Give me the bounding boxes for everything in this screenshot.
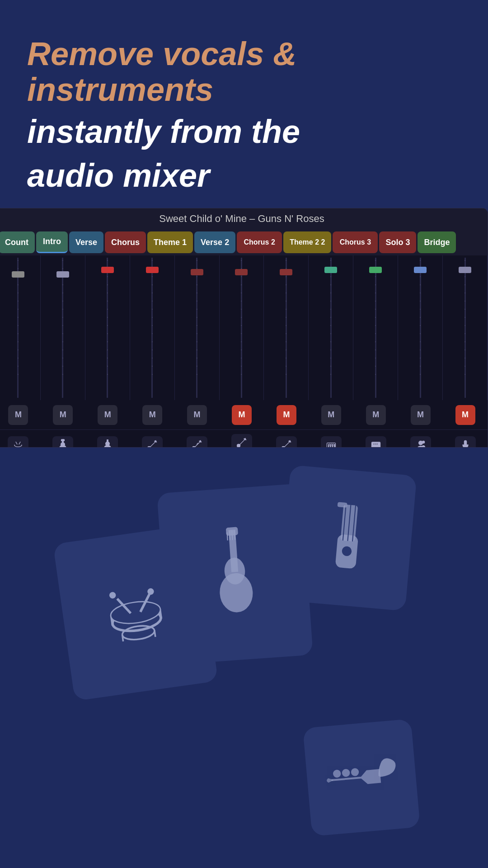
- instrument-icon-5[interactable]: [231, 434, 252, 448]
- channel-3[interactable]: [130, 255, 175, 400]
- instrument-icon-10[interactable]: [455, 436, 476, 448]
- instrument-ch-5: Arr. Electric Guitar (solo): [220, 433, 264, 448]
- svg-point-68: [343, 769, 349, 776]
- svg-point-15: [192, 447, 196, 448]
- section-btn-chorus-2[interactable]: Chorus 2: [237, 231, 282, 253]
- instrument-icon-7[interactable]: [321, 436, 342, 448]
- mute-btn-9[interactable]: M: [411, 405, 431, 425]
- mute-btn-10[interactable]: M: [455, 405, 475, 425]
- svg-point-17: [237, 444, 240, 447]
- svg-point-14: [148, 447, 151, 448]
- instrument-icon-4[interactable]: [187, 436, 207, 448]
- svg-rect-34: [376, 443, 377, 445]
- svg-point-47: [109, 592, 116, 599]
- mute-wrap-0: M: [0, 405, 41, 425]
- svg-point-13: [107, 447, 108, 448]
- channel-6[interactable]: [264, 255, 309, 400]
- svg-point-67: [333, 770, 340, 777]
- section-btn-theme-1[interactable]: Theme 1: [147, 231, 193, 253]
- mute-wrap-3: M: [130, 405, 175, 425]
- bottom-section: [0, 452, 488, 868]
- mute-btn-2[interactable]: M: [98, 405, 117, 425]
- instrument-icon-9[interactable]: [410, 436, 431, 448]
- svg-rect-33: [375, 443, 376, 445]
- section-btn-solo-3[interactable]: Solo 3: [379, 231, 416, 253]
- svg-rect-24: [329, 443, 330, 445]
- section-btn-theme-2-2[interactable]: Theme 2 2: [283, 231, 331, 253]
- svg-rect-23: [334, 444, 335, 447]
- guitar-tile: [279, 465, 417, 611]
- section-btn-chorus[interactable]: Chorus: [105, 231, 146, 253]
- channel-2[interactable]: [85, 255, 130, 400]
- svg-line-51: [155, 631, 155, 637]
- instrument-ch-9: Backing Vocals: [398, 435, 443, 448]
- mute-wrap-1: M: [41, 405, 85, 425]
- mute-wrap-5: M: [220, 405, 264, 425]
- mute-btn-5[interactable]: M: [232, 405, 252, 425]
- hero-subtitle-line4: audio mixer: [27, 156, 461, 195]
- instrument-icon-2[interactable]: [97, 436, 118, 448]
- svg-point-49: [122, 624, 155, 642]
- channel-7[interactable]: [309, 255, 353, 400]
- mute-btn-3[interactable]: M: [142, 405, 162, 425]
- channel-9[interactable]: [398, 255, 443, 400]
- mute-btn-4[interactable]: M: [187, 405, 207, 425]
- instrument-icon-6[interactable]: [276, 436, 297, 448]
- instrument-ch-2: Acoustic Guitar: [85, 435, 130, 448]
- hero-title-line2: instruments: [27, 72, 461, 108]
- mute-area: MMMMMMMMMMM: [0, 400, 488, 429]
- instrument-ch-6: Rhythm Electric Guitar: [264, 435, 309, 448]
- instrument-icon-3[interactable]: [142, 436, 163, 448]
- channel-4[interactable]: [175, 255, 220, 400]
- instrument-icon-1[interactable]: [52, 436, 73, 448]
- mute-btn-7[interactable]: M: [321, 405, 341, 425]
- trumpet-tile: [303, 719, 420, 836]
- instrument-ch-10: Lead Vocal: [443, 435, 488, 448]
- sections-bar: CountIntroVerseChorusTheme 1Verse 2Choru…: [0, 229, 488, 255]
- channel-1[interactable]: [41, 255, 85, 400]
- svg-rect-26: [333, 443, 333, 445]
- section-btn-verse[interactable]: Verse: [69, 231, 103, 253]
- svg-rect-12: [107, 440, 108, 444]
- instrument-ch-1: Bass: [41, 435, 85, 448]
- svg-point-69: [352, 769, 358, 775]
- channel-10[interactable]: [443, 255, 488, 400]
- instrument-ch-7: Organ: [309, 435, 353, 448]
- channel-0[interactable]: [0, 255, 41, 400]
- instrument-icon-0[interactable]: [8, 436, 28, 448]
- svg-point-35: [418, 441, 422, 445]
- hero-title-line1: Remove vocals &: [27, 36, 461, 72]
- mixer-panel: Sweet Child o' Mine – Guns N' Roses Coun…: [0, 208, 488, 448]
- instrument-ch-0: Drum Kit: [0, 435, 41, 448]
- svg-rect-59: [227, 528, 237, 535]
- section-btn-verse-2[interactable]: Verse 2: [194, 231, 235, 253]
- svg-rect-25: [331, 443, 332, 445]
- instrument-icon-8[interactable]: [366, 436, 386, 448]
- svg-line-50: [122, 635, 123, 642]
- svg-rect-66: [338, 502, 347, 507]
- svg-point-18: [282, 447, 285, 448]
- svg-point-3: [15, 443, 22, 446]
- mute-btn-0[interactable]: M: [8, 405, 28, 425]
- hero-subtitle-line3: instantly from the: [27, 112, 461, 151]
- mute-btn-6[interactable]: M: [277, 405, 296, 425]
- svg-rect-32: [374, 443, 375, 445]
- instrument-area: Drum KitBassAcoustic GuitarElectric Guit…: [0, 429, 488, 448]
- section-btn-intro[interactable]: Intro: [36, 231, 68, 253]
- section-btn-chorus-3[interactable]: Chorus 3: [333, 231, 378, 253]
- svg-rect-9: [61, 439, 65, 441]
- song-title: Sweet Child o' Mine – Guns N' Roses: [0, 208, 488, 229]
- mute-btn-8[interactable]: M: [366, 405, 386, 425]
- svg-line-43: [160, 609, 161, 618]
- mute-wrap-7: M: [309, 405, 353, 425]
- instrument-tiles: [0, 452, 488, 868]
- instrument-ch-3: Electric Guitar (clean): [130, 435, 175, 448]
- instrument-ch-8: Synth Pad: [353, 435, 398, 448]
- mute-wrap-6: M: [264, 405, 309, 425]
- section-btn-count[interactable]: Count: [0, 231, 35, 253]
- mute-btn-1[interactable]: M: [53, 405, 73, 425]
- section-btn-bridge[interactable]: Bridge: [418, 231, 456, 253]
- channel-8[interactable]: [353, 255, 398, 400]
- channel-5[interactable]: [220, 255, 264, 400]
- hero-section: Remove vocals & instruments instantly fr…: [27, 36, 461, 195]
